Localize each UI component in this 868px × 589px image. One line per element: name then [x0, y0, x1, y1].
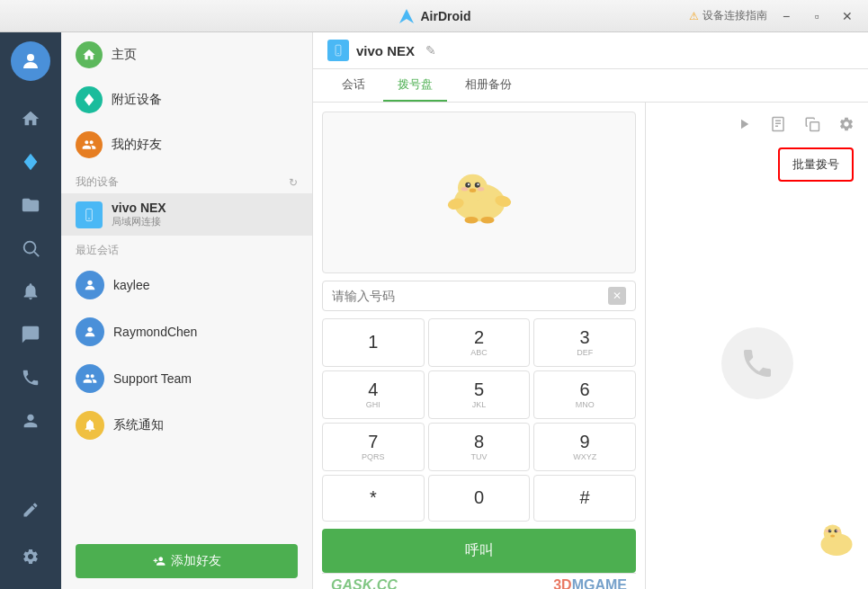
device-edit-icon[interactable]: ✎: [425, 43, 436, 58]
conv-system[interactable]: 系统通知: [61, 402, 312, 449]
watermarks: GASK.CC 3DMGAME: [322, 573, 636, 589]
friends-label: 我的好友: [112, 137, 162, 153]
svg-point-31: [830, 530, 831, 531]
device-header: vivo NEX ✎: [313, 32, 868, 69]
play-button[interactable]: [731, 112, 756, 137]
nav-home[interactable]: 主页: [61, 32, 312, 77]
phone-input-row[interactable]: ✕: [322, 281, 636, 311]
phone-input[interactable]: [332, 289, 608, 303]
key-5[interactable]: 5JKL: [428, 370, 531, 419]
sidebar-home[interactable]: [11, 99, 50, 138]
main-layout: 主页 附近设备 我的好友 我的设备 ↻ vivo NEX 局域网连接: [0, 32, 868, 589]
add-friend-icon: [153, 555, 166, 567]
input-clear-button[interactable]: ✕: [608, 287, 626, 305]
svg-rect-27: [810, 122, 819, 131]
system-avatar: [76, 411, 104, 440]
contacts-icon: [21, 411, 40, 431]
close-button[interactable]: ✕: [836, 4, 859, 28]
svg-rect-4: [86, 209, 93, 220]
keypad: 1 2ABC 3DEF 4GHI 5JKL 6MNO 7PQRS 8TUV 9W…: [322, 318, 636, 522]
friends-nav-icon: [76, 131, 103, 158]
key-hash[interactable]: #: [533, 475, 636, 522]
phonebook-button[interactable]: [765, 112, 791, 137]
svg-line-3: [34, 252, 39, 256]
key-3[interactable]: 3DEF: [533, 318, 636, 367]
settings-icon-btn[interactable]: [834, 112, 859, 137]
tab-dialer[interactable]: 拨号盘: [383, 69, 447, 102]
maximize-button[interactable]: ▫: [805, 4, 828, 28]
key-0[interactable]: 0: [428, 475, 531, 522]
phone-icon: [21, 368, 40, 388]
conv-support[interactable]: Support Team: [61, 355, 312, 402]
home-icon: [21, 109, 40, 129]
settings-button[interactable]: [11, 537, 50, 576]
mascot-small-area: [814, 513, 859, 562]
svg-point-2: [24, 242, 36, 254]
nearby-label: 附近设备: [112, 92, 162, 108]
right-panel: 批量拨号: [646, 103, 868, 589]
dialer-panel: ✕ 1 2ABC 3DEF 4GHI 5JKL 6MNO 7PQRS 8TUV …: [313, 103, 646, 589]
key-4[interactable]: 4GHI: [322, 370, 425, 419]
mascot-small: [814, 513, 859, 558]
key-9[interactable]: 9WXYZ: [533, 423, 636, 471]
add-friend-button[interactable]: 添加好友: [76, 544, 298, 578]
user-avatar[interactable]: [11, 41, 50, 81]
svg-point-16: [469, 189, 476, 193]
key-7[interactable]: 7PQRS: [322, 423, 425, 471]
svg-point-35: [825, 530, 828, 532]
batch-dial-button[interactable]: 批量拨号: [778, 147, 854, 182]
edit-icon: [22, 501, 40, 519]
refresh-icon[interactable]: ↻: [289, 176, 298, 189]
edit-button[interactable]: [11, 490, 50, 530]
svg-point-9: [337, 53, 338, 54]
key-8[interactable]: 8TUV: [428, 423, 531, 471]
sidebar-contacts[interactable]: [11, 401, 50, 441]
settings-gear-icon: [838, 116, 855, 132]
sidebar-search[interactable]: [11, 228, 50, 268]
sidebar-files[interactable]: [11, 185, 50, 225]
raymond-name: RaymondChen: [113, 325, 197, 339]
sidebar-calls[interactable]: [11, 358, 50, 397]
recent-section: 最近会话: [61, 236, 312, 262]
tab-backup[interactable]: 相册备份: [451, 69, 526, 102]
my-devices-label: 我的设备: [76, 174, 119, 190]
tab-chat[interactable]: 会话: [327, 69, 380, 102]
sidebar-nearby[interactable]: [11, 142, 50, 182]
key-2[interactable]: 2ABC: [428, 318, 531, 367]
my-devices-section: 我的设备 ↻: [61, 167, 312, 193]
nav-nearby[interactable]: 附近设备: [61, 77, 312, 122]
conv-kaylee[interactable]: kaylee: [61, 262, 312, 308]
sidebar-notifications[interactable]: [11, 272, 50, 311]
key-6[interactable]: 6MNO: [533, 370, 636, 419]
watermark-right: 3DMGAME: [553, 577, 627, 589]
titlebar-center: AirDroid: [398, 7, 471, 25]
copy-button[interactable]: [800, 112, 825, 137]
device-item[interactable]: vivo NEX 局域网连接: [61, 193, 312, 236]
nav-panel: 主页 附近设备 我的好友 我的设备 ↻ vivo NEX 局域网连接: [61, 32, 313, 589]
svg-point-22: [480, 217, 494, 224]
kaylee-avatar: [76, 271, 104, 299]
call-button[interactable]: 呼叫: [322, 529, 636, 573]
svg-point-1: [27, 54, 34, 61]
home-label: 主页: [112, 47, 137, 63]
sidebar-messages[interactable]: [11, 315, 50, 354]
device-phone-icon: [327, 40, 349, 61]
minimize-button[interactable]: −: [774, 4, 798, 28]
content-area: vivo NEX ✎ 会话 拨号盘 相册备份: [313, 32, 868, 589]
svg-point-7: [87, 327, 92, 332]
titlebar-controls: ⚠ 设备连接指南 − ▫ ✕: [689, 4, 859, 28]
conv-raymond[interactable]: RaymondChen: [61, 308, 312, 355]
svg-point-17: [461, 187, 468, 192]
svg-point-15: [477, 183, 479, 185]
nearby-nav-icon: [76, 86, 103, 113]
alert-text[interactable]: ⚠ 设备连接指南: [689, 8, 767, 23]
sidebar-bottom: [11, 490, 50, 589]
nav-friends[interactable]: 我的好友: [61, 122, 312, 167]
svg-point-36: [837, 530, 840, 532]
home-nav-icon: [76, 41, 103, 68]
key-star[interactable]: *: [322, 475, 425, 522]
device-name: vivo NEX: [112, 201, 166, 215]
phone-large-icon: [739, 345, 775, 381]
key-1[interactable]: 1: [322, 318, 425, 367]
device-status: 局域网连接: [112, 215, 166, 228]
